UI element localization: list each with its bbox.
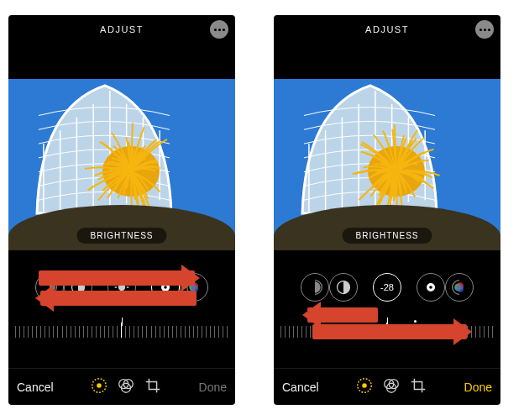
adjust-mode-icon[interactable] (90, 376, 108, 398)
done-button[interactable]: Done (464, 381, 492, 394)
adjustment-tag: BRIGHTNESS (76, 228, 166, 244)
adjustment-tag: BRIGHTNESS (342, 228, 432, 244)
filters-mode-icon[interactable] (382, 376, 401, 398)
header: ADJUST (274, 15, 500, 44)
svg-point-40 (429, 286, 432, 289)
mode-switcher[interactable] (90, 376, 162, 398)
crop-mode-icon[interactable] (409, 376, 427, 398)
photo-preview: BRIGHTNESS (274, 79, 500, 250)
sculpture-icon (81, 113, 181, 213)
annotation-arrow (39, 270, 195, 286)
footer: Cancel Done (274, 368, 500, 405)
tool-exposure-half[interactable] (301, 273, 329, 302)
header-title: ADJUST (365, 24, 409, 34)
done-button[interactable]: Done (199, 381, 227, 394)
annotation-arrow (307, 307, 378, 323)
mode-switcher[interactable] (355, 376, 427, 398)
annotation-arrow (312, 324, 467, 339)
photo-preview: BRIGHTNESS (8, 79, 235, 250)
tool-brightness-val[interactable]: -28 (373, 273, 401, 302)
tool-blackpoint[interactable] (417, 273, 445, 302)
more-button[interactable] (475, 20, 494, 39)
svg-point-20 (164, 286, 167, 289)
value-slider[interactable] (8, 316, 235, 341)
adjust-mode-icon[interactable] (355, 376, 374, 398)
annotation-arrow (40, 291, 196, 306)
header: ADJUST (8, 15, 235, 44)
cancel-button[interactable]: Cancel (282, 381, 319, 394)
sculpture-icon (346, 113, 447, 213)
header-title: ADJUST (100, 24, 144, 34)
svg-point-43 (457, 286, 464, 292)
more-button[interactable] (210, 20, 228, 39)
footer: Cancel Done (8, 368, 235, 405)
tool-contrast[interactable] (329, 273, 358, 302)
tool-saturation-half[interactable] (445, 273, 474, 302)
svg-point-25 (97, 383, 102, 388)
cancel-button[interactable]: Cancel (17, 381, 54, 394)
svg-point-45 (362, 383, 367, 388)
crop-mode-icon[interactable] (144, 376, 162, 398)
filters-mode-icon[interactable] (117, 376, 135, 398)
